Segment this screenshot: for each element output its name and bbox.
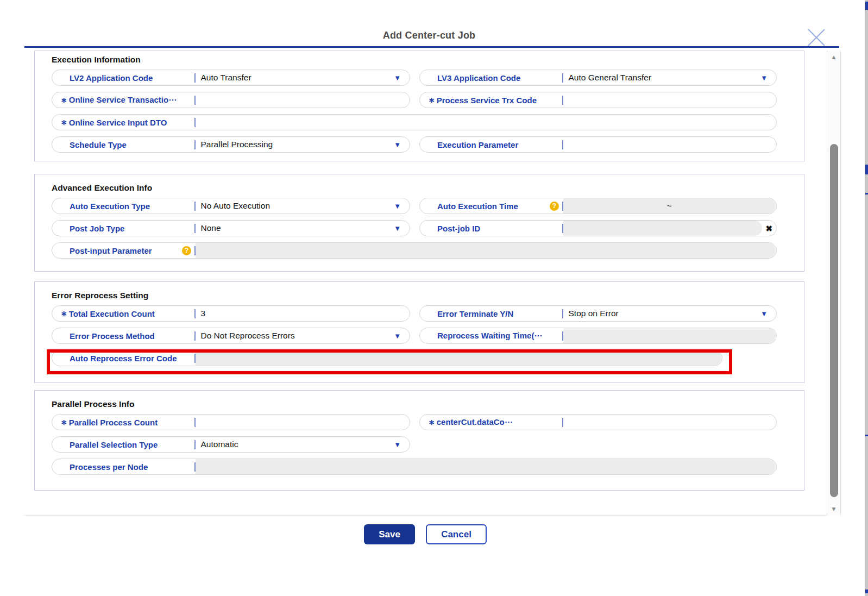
field-label: ∗centerCut.dataCo⋯ bbox=[420, 415, 562, 430]
field-label: ∗Online Service Input DTO bbox=[52, 115, 194, 130]
field-total-execution-count[interactable]: ∗Total Execution Count 3 bbox=[52, 305, 410, 322]
field-value: Stop on Error bbox=[563, 306, 777, 321]
field-error-process-method[interactable]: Error Process Method Do Not Reprocess Er… bbox=[52, 328, 410, 344]
scrollbar-up-icon[interactable]: ▲ bbox=[827, 52, 840, 62]
field-label: Auto Execution Time? bbox=[420, 198, 562, 214]
form-row: Parallel Selection Type Automatic ▼ bbox=[52, 436, 804, 453]
field-value bbox=[196, 350, 722, 366]
edge-mark bbox=[865, 2, 868, 10]
help-icon[interactable]: ? bbox=[550, 202, 559, 211]
scrollbar-down-icon[interactable]: ▼ bbox=[827, 504, 840, 515]
header-divider bbox=[24, 46, 839, 48]
field-reprocess-waiting-time: Reprocess Waiting Time(⋯ bbox=[419, 328, 777, 344]
field-label: LV3 Application Code bbox=[420, 70, 562, 85]
field-value: Parallel Processing bbox=[196, 137, 410, 152]
field-parallel-selection-type[interactable]: Parallel Selection Type Automatic ▼ bbox=[52, 436, 410, 453]
chevron-down-icon: ▼ bbox=[394, 225, 401, 232]
section-execution-information: Execution Information LV2 Application Co… bbox=[34, 51, 804, 161]
field-auto-execution-type[interactable]: Auto Execution Type No Auto Execution ▼ bbox=[52, 198, 410, 214]
dialog-title: Add Center-cut Job bbox=[0, 30, 858, 41]
field-post-job-type[interactable]: Post Job Type None ▼ bbox=[52, 220, 410, 236]
field-execution-parameter[interactable]: Execution Parameter bbox=[419, 136, 777, 153]
chevron-down-icon: ▼ bbox=[394, 332, 401, 340]
field-value bbox=[196, 243, 776, 258]
field-schedule-type[interactable]: Schedule Type Parallel Processing ▼ bbox=[52, 136, 410, 153]
required-star: ∗ bbox=[429, 418, 435, 426]
field-label: ∗Online Service Transactio⋯ bbox=[52, 92, 194, 108]
edge-mark bbox=[865, 435, 868, 436]
field-label: Processes per Node bbox=[52, 459, 194, 474]
field-lv3-application-code[interactable]: LV3 Application Code Auto General Transf… bbox=[419, 70, 777, 86]
footer-divider bbox=[24, 515, 841, 516]
save-button[interactable]: Save bbox=[364, 524, 415, 544]
field-value bbox=[196, 115, 777, 130]
field-label: ∗Process Service Trx Code bbox=[420, 92, 562, 108]
required-star: ∗ bbox=[61, 118, 67, 127]
form-row: LV2 Application Code Auto Transfer ▼ LV3… bbox=[52, 70, 804, 86]
field-value: Auto General Transfer bbox=[563, 70, 777, 85]
field-post-input-parameter: Post-input Parameter? bbox=[52, 242, 777, 259]
field-online-service-transaction[interactable]: ∗Online Service Transactio⋯ bbox=[52, 92, 410, 108]
field-online-service-input-dto[interactable]: ∗Online Service Input DTO bbox=[52, 114, 777, 130]
edge-mark bbox=[865, 165, 868, 174]
form-row: ∗Online Service Input DTO bbox=[52, 114, 804, 130]
form-row: ∗Parallel Process Count ∗centerCut.dataC… bbox=[52, 414, 804, 430]
field-value: No Auto Execution bbox=[196, 198, 410, 214]
field-value bbox=[196, 459, 776, 474]
field-value: Automatic bbox=[196, 437, 410, 452]
form-row: ∗Online Service Transactio⋯ ∗Process Ser… bbox=[52, 92, 804, 108]
field-value bbox=[563, 415, 777, 430]
scrollbar-thumb[interactable] bbox=[830, 144, 838, 497]
field-label: Error Terminate Y/N bbox=[420, 306, 562, 321]
form-row: Schedule Type Parallel Processing ▼ Exec… bbox=[52, 136, 804, 153]
section-parallel-process-info: Parallel Process Info ∗Parallel Process … bbox=[34, 390, 804, 491]
form-row: Processes per Node bbox=[52, 459, 804, 475]
field-value: Auto Transfer bbox=[196, 70, 410, 85]
required-star: ∗ bbox=[61, 309, 67, 318]
field-label: Schedule Type bbox=[52, 137, 194, 152]
field-label: ∗Parallel Process Count bbox=[52, 415, 194, 430]
field-value: Do Not Reprocess Errors bbox=[196, 328, 410, 343]
field-value bbox=[563, 137, 777, 152]
required-star: ∗ bbox=[61, 96, 67, 104]
chevron-down-icon: ▼ bbox=[760, 310, 768, 317]
field-error-terminate-yn[interactable]: Error Terminate Y/N Stop on Error ▼ bbox=[419, 305, 777, 322]
close-x-glyph bbox=[807, 28, 826, 47]
form-row: Post Job Type None ▼ Post-job ID ✖ bbox=[52, 220, 804, 236]
field-label: Reprocess Waiting Time(⋯ bbox=[420, 328, 562, 343]
right-edge-strip bbox=[865, 0, 868, 596]
field-label: Error Process Method bbox=[52, 328, 194, 343]
section-title: Parallel Process Info bbox=[52, 399, 804, 409]
chevron-down-icon: ▼ bbox=[760, 74, 768, 81]
chevron-down-icon: ▼ bbox=[394, 141, 401, 148]
form-row: Post-input Parameter? bbox=[52, 242, 804, 259]
section-advanced-execution-info: Advanced Execution Info Auto Execution T… bbox=[34, 174, 804, 272]
chevron-down-icon: ▼ bbox=[394, 441, 401, 448]
field-label: Post Job Type bbox=[52, 221, 194, 236]
field-label: Parallel Selection Type bbox=[52, 437, 194, 452]
field-lv2-application-code[interactable]: LV2 Application Code Auto Transfer ▼ bbox=[52, 70, 410, 86]
scrollbar[interactable]: ▲ ▼ bbox=[827, 51, 841, 516]
clear-icon[interactable]: ✖ bbox=[765, 224, 772, 233]
section-title: Execution Information bbox=[52, 55, 804, 65]
field-label: Auto Execution Type bbox=[52, 198, 194, 214]
field-value: 3 bbox=[196, 306, 410, 321]
section-error-reprocess-setting: Error Reprocess Setting ∗Total Execution… bbox=[34, 281, 804, 383]
field-centercut-dataco[interactable]: ∗centerCut.dataCo⋯ bbox=[419, 414, 777, 430]
field-value: None bbox=[196, 221, 410, 236]
chevron-down-icon: ▼ bbox=[394, 203, 401, 210]
help-icon[interactable]: ? bbox=[182, 246, 191, 255]
field-process-service-trx-code[interactable]: ∗Process Service Trx Code bbox=[419, 92, 777, 108]
cancel-button[interactable]: Cancel bbox=[426, 524, 487, 544]
field-value bbox=[196, 415, 410, 430]
field-label: Post-input Parameter? bbox=[52, 243, 194, 258]
close-icon[interactable] bbox=[807, 28, 826, 47]
field-value bbox=[563, 92, 777, 108]
field-value bbox=[196, 92, 410, 108]
field-label: LV2 Application Code bbox=[52, 70, 194, 85]
field-label: ∗Total Execution Count bbox=[52, 306, 194, 321]
field-parallel-process-count[interactable]: ∗Parallel Process Count bbox=[52, 414, 410, 430]
chevron-down-icon: ▼ bbox=[394, 74, 401, 81]
required-star: ∗ bbox=[61, 418, 67, 426]
field-value bbox=[563, 221, 763, 236]
